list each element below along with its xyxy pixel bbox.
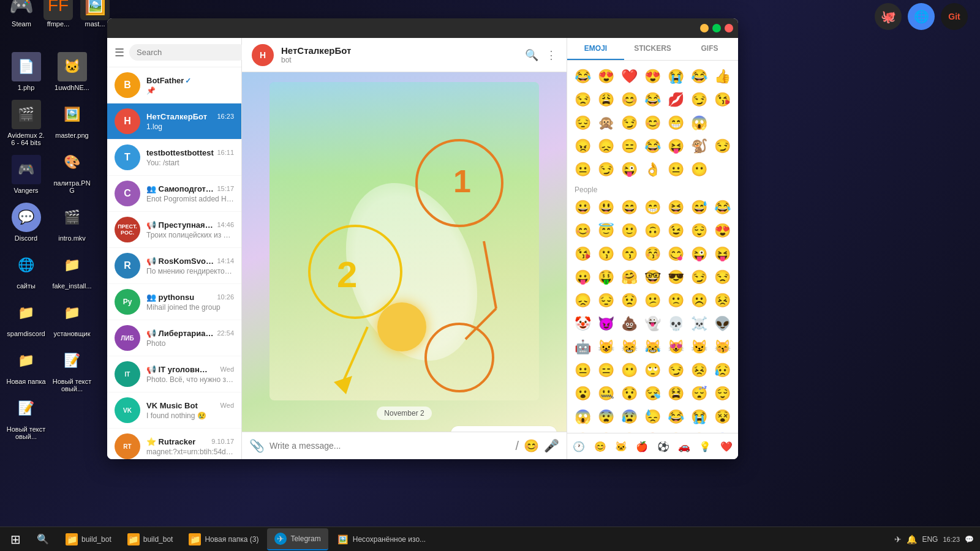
emoji-smile[interactable]: 😊 <box>619 89 641 111</box>
emoji-disappointed[interactable]: 😞 <box>595 135 617 157</box>
p-emoji-3[interactable]: 😄 <box>619 197 641 219</box>
emoji-laughing[interactable]: 😂 <box>572 66 594 88</box>
p-emoji-2[interactable]: 😃 <box>595 197 617 219</box>
taskbar-unsaved[interactable]: 🖼️ Несохранённое изо... <box>330 528 433 550</box>
emoji-kiss[interactable]: 💋 <box>665 89 687 111</box>
emoji-blush[interactable]: 😊 <box>642 112 664 134</box>
emoji-tab-sports[interactable]: ⚽ <box>654 437 673 455</box>
taskbar-build-bot-2[interactable]: 📁 build_bot <box>120 528 181 550</box>
taskbar-search-button[interactable]: 🔍 <box>31 533 55 545</box>
emoji-inlove[interactable]: 😍 <box>642 66 664 88</box>
emoji-kissface[interactable]: 😘 <box>711 89 733 111</box>
search-input[interactable] <box>129 44 247 61</box>
desktop-icon-novaya[interactable]: 📁 Новая папка <box>3 343 49 388</box>
emoji-monkey2[interactable]: 🐒 <box>688 135 710 157</box>
desktop-icon-saity[interactable]: 🌐 сайты <box>3 247 49 293</box>
desktop-icon-ustanovshik[interactable]: 📁 установщик <box>49 295 95 340</box>
emoji-weary[interactable]: 😩 <box>595 89 617 111</box>
chat-item-botfather[interactable]: B BotFather✓ 📌 <box>107 67 241 103</box>
emoji-tab-travel[interactable]: 🚗 <box>675 437 693 455</box>
emoji-neutral[interactable]: 😐 <box>572 159 594 181</box>
desktop-icon-spamdiscord[interactable]: 📁 spamdiscord <box>3 295 49 340</box>
p-emoji-64[interactable]: 😱 <box>572 406 594 428</box>
emoji-crying[interactable]: 😭 <box>665 66 687 88</box>
emoji-hearteyes[interactable]: 😍 <box>595 66 617 88</box>
p-emoji-38[interactable]: 💩 <box>619 313 641 335</box>
emoji-scream[interactable]: 😱 <box>688 112 710 134</box>
p-emoji-69[interactable]: 😭 <box>688 406 710 428</box>
emoji-thumbsup[interactable]: 👍 <box>711 66 733 88</box>
p-emoji-6[interactable]: 😅 <box>688 197 710 219</box>
p-emoji-4[interactable]: 😁 <box>642 197 664 219</box>
p-emoji-22[interactable]: 😛 <box>572 266 594 288</box>
more-button[interactable]: ⋮ <box>546 48 557 62</box>
p-emoji-9[interactable]: 😇 <box>595 220 617 242</box>
emoji-smirk3[interactable]: 😏 <box>711 135 733 157</box>
bot-commands-button[interactable]: / <box>515 439 519 453</box>
attach-button[interactable]: 📎 <box>249 438 265 453</box>
p-emoji-62[interactable]: 😴 <box>688 383 710 405</box>
p-emoji-41[interactable]: ☠️ <box>688 313 710 335</box>
p-emoji-21[interactable]: 😝 <box>711 243 733 265</box>
desktop-icon-vangers[interactable]: 🎮 Vangers <box>3 152 49 197</box>
p-emoji-1[interactable]: 😀 <box>572 197 594 219</box>
p-emoji-14[interactable]: 😍 <box>711 220 733 242</box>
p-emoji-49[interactable]: 😽 <box>711 336 733 358</box>
desktop-icon-php[interactable]: 📄 1.php <box>3 49 49 94</box>
desktop-icon-palitra[interactable]: 🎨 палитра.PNG <box>49 144 95 197</box>
p-emoji-10[interactable]: 🙂 <box>619 220 641 242</box>
chat-item-pythonsu[interactable]: Py 👥 pythonsu 10:26 Mihail joined the gr… <box>107 284 241 320</box>
desktop-icon-discord[interactable]: 💬 Discord <box>3 200 49 245</box>
chat-item-roskomsv[interactable]: R 📢 RosKomSvoboda 14:14 По мнению гендир… <box>107 248 241 284</box>
chat-item-prestupnaya[interactable]: ПРЕСТ. РОС. 📢 Преступная Россия 14:46 Тр… <box>107 212 241 248</box>
p-emoji-37[interactable]: 😈 <box>595 313 617 335</box>
taskbar-novaya-papka[interactable]: 📁 Новая папка (3) <box>181 528 266 550</box>
emoji-angry[interactable]: 😠 <box>572 135 594 157</box>
desktop-icon-noviy-txt[interactable]: 📝 Новый текстовый... <box>3 391 49 443</box>
desktop-icon-fake[interactable]: 📁 fake_install... <box>49 247 95 293</box>
git-icon[interactable]: Git <box>941 3 968 30</box>
emoji-smirk2[interactable]: 😏 <box>619 112 641 134</box>
p-emoji-52[interactable]: 😶 <box>619 359 641 381</box>
emoji-heart[interactable]: ❤️ <box>619 66 641 88</box>
emoji-stuckouttongue[interactable]: 😝 <box>665 135 687 157</box>
minimize-button[interactable]: − <box>700 24 709 32</box>
desktop-icon-noviy-txt2[interactable]: 📝 Новый текстовый... <box>49 343 95 395</box>
chat-item-vkmusic[interactable]: VK VK Music Bot Wed I found nothing 😢 <box>107 392 241 429</box>
p-emoji-33[interactable]: 🙁 <box>665 290 687 312</box>
p-emoji-70[interactable]: 😵 <box>711 406 733 428</box>
tab-stickers[interactable]: STICKERS <box>624 38 681 60</box>
p-emoji-57[interactable]: 😮 <box>572 383 594 405</box>
maximize-button[interactable]: □ <box>712 24 721 32</box>
emoji-monkey[interactable]: 🙊 <box>595 112 617 134</box>
emoji-laughtear[interactable]: 😂 <box>642 135 664 157</box>
chat-item-libertar[interactable]: ЛИБ 📢 Либертарианств... 22:54 Photo <box>107 320 241 356</box>
chrome-icon[interactable]: 🌐 <box>908 3 935 30</box>
emoji-tab-animals[interactable]: 🐱 <box>612 437 630 455</box>
p-emoji-25[interactable]: 🤓 <box>642 266 664 288</box>
p-emoji-29[interactable]: 😞 <box>572 290 594 312</box>
p-emoji-53[interactable]: 🙄 <box>642 359 664 381</box>
taskbar-telegram-tray[interactable]: ✈ <box>894 534 902 544</box>
p-emoji-19[interactable]: 😋 <box>665 243 687 265</box>
taskbar-build-bot-1[interactable]: 📁 build_bot <box>58 528 119 550</box>
p-emoji-56[interactable]: 😥 <box>711 359 733 381</box>
p-emoji-63[interactable]: 😌 <box>711 383 733 405</box>
p-emoji-40[interactable]: 💀 <box>665 313 687 335</box>
p-emoji-16[interactable]: 😗 <box>595 243 617 265</box>
emoji-pensive[interactable]: 😔 <box>572 112 594 134</box>
tab-emoji[interactable]: EMOJI <box>567 38 624 60</box>
p-emoji-58[interactable]: 🤐 <box>595 383 617 405</box>
chat-item-samopod[interactable]: С 👥 Самоподготовка... 15:17 Enot Pogromi… <box>107 176 241 212</box>
p-emoji-51[interactable]: 😑 <box>595 359 617 381</box>
emoji-tab-recent[interactable]: 🕐 <box>570 437 588 455</box>
emoji-nomouth[interactable]: 😐 <box>665 159 687 181</box>
p-emoji-42[interactable]: 👽 <box>711 313 733 335</box>
emoji-tab-symbols[interactable]: ❤️ <box>717 437 736 455</box>
taskbar-lang[interactable]: ENG <box>922 535 938 544</box>
p-emoji-5[interactable]: 😆 <box>665 197 687 219</box>
p-emoji-13[interactable]: 😌 <box>688 220 710 242</box>
desktop-icon-1uwdh[interactable]: 🐱 1uwdhNE... <box>49 49 95 94</box>
p-emoji-45[interactable]: 😸 <box>619 336 641 358</box>
p-emoji-66[interactable]: 😰 <box>619 406 641 428</box>
